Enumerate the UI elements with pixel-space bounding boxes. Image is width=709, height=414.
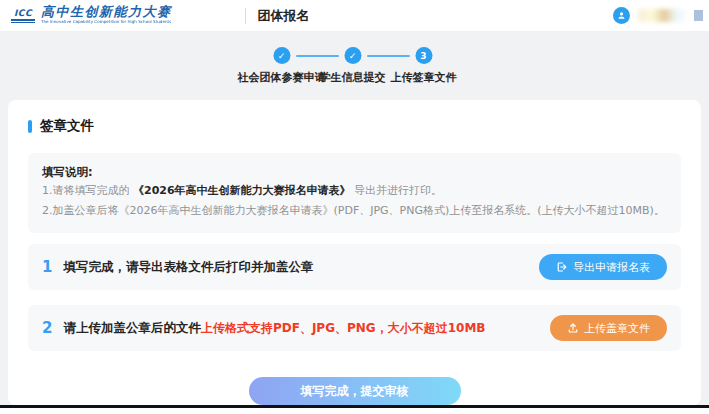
icc-logo-text: ICC [14,9,32,18]
seal-documents-card: 签章文件 填写说明: 1.请将填写完成的 《2026年高中生创新能力大赛报名申请… [8,100,701,405]
header-corner-widget[interactable] [694,10,703,21]
task-1-text: 填写完成，请导出表格文件后打印并加盖公章 [63,259,313,276]
instructions-line-2: 2.加盖公章后将《2026年高中生创新能力大赛报名申请表》(PDF、JPG、PN… [42,201,667,221]
task-1-number: 1 [42,258,52,276]
logo-subtitle: The Innovative Capability Competition fo… [41,19,171,24]
instructions-line-1: 1.请将填写完成的 《2026年高中生创新能力大赛报名申请表》 导出并进行打印。 [42,181,667,201]
step-3-label: 上传签章文件 [391,70,457,85]
app-header: ICC 高中生创新能力大赛 The Innovative Capability … [0,0,709,31]
section-title: 签章文件 [40,117,94,135]
task-2-text: 请上传加盖公章后的文件 [63,320,201,337]
upload-sealed-file-button[interactable]: 上传盖章文件 [550,315,667,341]
registration-stepper: ✓ ✓ 3 社会团体参赛申请 学生信息提交 上传签章文件 [238,31,478,100]
export-icon [556,261,568,273]
step-1-label: 社会团体参赛申请 [238,70,326,85]
export-task-row: 1 填写完成，请导出表格文件后打印并加盖公章 导出申请报名表 [28,244,681,290]
step-2-label: 学生信息提交 [320,70,386,85]
form-name-bold: 《2026年高中生创新能力大赛报名申请表》 [133,184,351,197]
logo-title: 高中生创新能力大赛 [41,5,233,18]
bottom-strip [0,408,709,414]
stepper-band: ✓ ✓ 3 社会团体参赛申请 学生信息提交 上传签章文件 [0,31,709,100]
submit-review-button[interactable]: 填写完成，提交审核 [249,377,461,405]
page-title: 团体报名 [258,7,310,25]
upload-task-row: 2 请上传加盖公章后的文件 上传格式支持PDF、JPG、PNG，大小不超过10M… [28,305,681,351]
user-avatar-icon[interactable] [613,7,630,24]
icc-logo-icon: ICC [10,9,36,23]
instructions-title: 填写说明: [42,163,667,181]
step-1-done-icon: ✓ [273,47,290,64]
section-accent-bar [28,120,32,133]
export-form-button[interactable]: 导出申请报名表 [539,254,667,280]
step-2-done-icon: ✓ [344,47,361,64]
task-2-number: 2 [42,319,52,337]
step-connector [296,55,339,57]
person-icon [616,10,627,21]
upload-icon [567,322,579,334]
user-name-redacted[interactable] [638,9,686,22]
step-connector [367,55,410,57]
fill-instructions-box: 填写说明: 1.请将填写完成的 《2026年高中生创新能力大赛报名申请表》 导出… [28,153,681,233]
step-3-current-icon: 3 [415,47,432,64]
competition-logo: ICC 高中生创新能力大赛 The Innovative Capability … [10,5,233,26]
upload-format-hint: 上传格式支持PDF、JPG、PNG，大小不超过10MB [201,320,486,337]
header-divider [245,8,246,24]
